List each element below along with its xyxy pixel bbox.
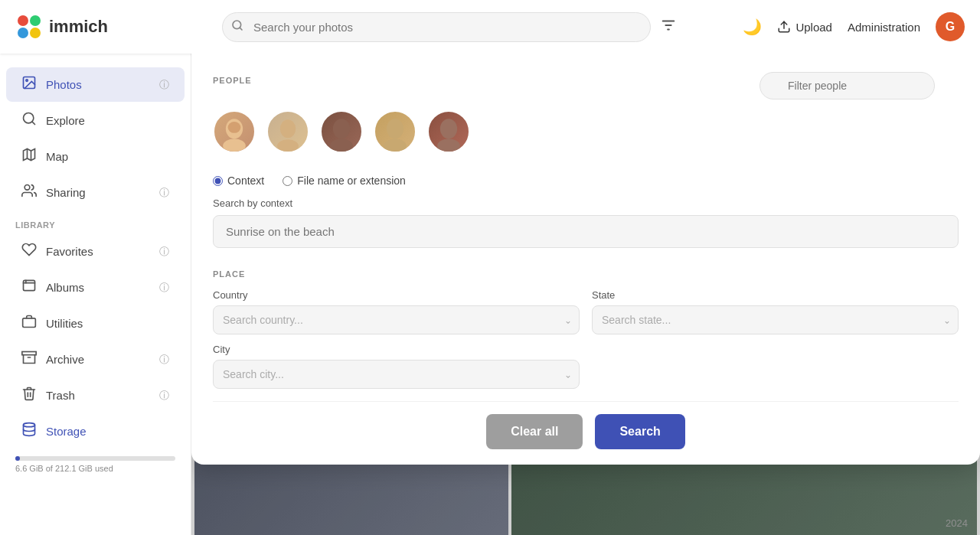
svg-point-11 [26,80,28,82]
city-label: City [213,344,959,355]
main-search-input[interactable] [222,12,651,42]
person-avatar-3[interactable] [320,110,363,153]
logo-icon [15,13,43,41]
logo-area: immich [15,13,222,41]
state-select[interactable]: Search state... [592,305,959,334]
sidebar-item-archive[interactable]: Archive ⓘ [6,342,185,377]
filter-people-input[interactable] [760,72,935,99]
clear-all-button[interactable]: Clear all [486,414,583,449]
storage-icon [21,422,37,441]
svg-point-22 [24,423,35,427]
albums-icon [21,278,37,297]
svg-point-27 [228,122,241,133]
admin-label: Administration [848,21,920,34]
state-col: State Search state... [592,289,959,334]
sidebar-favorites-label: Favorites [46,245,150,258]
country-select-wrap: Search country... [213,305,580,334]
search-container [222,12,651,42]
trash-icon [21,386,37,405]
svg-rect-20 [22,352,36,355]
search-type-radio-group: Context File name or extension [213,175,959,187]
header-right: 🌙 Upload Administration G [743,12,965,41]
svg-point-2 [18,28,28,38]
search-type-section: Context File name or extension [213,175,959,187]
person-avatar-5[interactable] [427,110,470,153]
radio-context-label[interactable]: Context [213,175,264,187]
place-section-label: PLACE [213,269,959,279]
radio-context[interactable] [213,176,223,186]
sidebar-item-albums[interactable]: Albums ⓘ [6,270,185,305]
search-panel: PEOPLE [191,54,980,465]
sidebar-trash-label: Trash [46,389,150,402]
storage-bar-fill [15,456,20,461]
trash-info-icon[interactable]: ⓘ [159,389,169,403]
radio-filename-label[interactable]: File name or extension [283,175,406,187]
svg-point-34 [440,119,457,139]
svg-point-35 [437,139,460,153]
svg-point-33 [384,139,407,153]
storage-usage-text: 6.6 GiB of 212.1 GiB used [15,464,175,473]
sidebar-item-trash[interactable]: Trash ⓘ [6,378,185,413]
sidebar-item-storage[interactable]: Storage [6,414,185,449]
svg-point-26 [223,139,246,153]
place-section: PLACE Country Search country... State [213,269,959,389]
sidebar-utilities-label: Utilities [46,317,169,330]
radio-filename[interactable] [283,176,292,186]
sidebar-item-sharing[interactable]: Sharing ⓘ [6,175,185,210]
people-section: PEOPLE [213,72,959,153]
svg-point-0 [18,15,28,26]
upload-button[interactable]: Upload [777,20,832,34]
map-icon [21,147,37,166]
city-section: City Search city... [213,344,959,389]
filter-people-container [760,72,959,99]
person-avatar-1[interactable] [213,110,256,153]
archive-info-icon[interactable]: ⓘ [159,353,169,367]
svg-line-5 [240,28,242,30]
svg-point-30 [333,119,350,139]
upload-label: Upload [795,21,832,34]
country-select[interactable]: Search country... [213,305,580,334]
favorites-icon [21,242,37,261]
sidebar-item-explore[interactable]: Explore [6,103,185,138]
filter-icon-button[interactable] [660,17,677,38]
sidebar-explore-label: Explore [46,114,169,127]
state-label: State [592,289,959,301]
sharing-icon [21,183,37,202]
person-avatar-2[interactable] [266,110,309,153]
photos-info-icon[interactable]: ⓘ [159,78,169,92]
svg-point-28 [280,119,296,138]
main-layout: Photos ⓘ Explore Map [0,0,980,535]
country-label: Country [213,289,580,301]
city-select-wrap: Search city... [213,360,580,389]
svg-line-13 [32,122,35,125]
albums-info-icon[interactable]: ⓘ [159,281,169,295]
radio-filename-text: File name or extension [297,175,406,187]
sidebar-albums-label: Albums [46,281,150,294]
place-row: Country Search country... State Search s… [213,289,959,334]
favorites-info-icon[interactable]: ⓘ [159,245,169,259]
sidebar-item-utilities[interactable]: Utilities [6,306,185,341]
city-select[interactable]: Search city... [213,360,580,389]
svg-rect-19 [23,318,36,328]
svg-point-17 [24,185,30,191]
sidebar-archive-label: Archive [46,353,150,366]
app-header: immich 🌙 Upload Administration G [0,0,980,54]
context-search-input[interactable] [213,215,959,248]
archive-icon [21,350,37,369]
sharing-info-icon[interactable]: ⓘ [159,186,169,200]
svg-rect-18 [24,280,35,290]
dark-mode-button[interactable]: 🌙 [743,18,762,36]
administration-button[interactable]: Administration [848,21,920,34]
sidebar-map-label: Map [46,150,169,163]
sidebar-item-map[interactable]: Map [6,139,185,174]
main-content: 2024 PEOPLE [191,54,980,535]
people-avatars-row [213,110,959,153]
search-button[interactable]: Search [595,414,684,449]
user-avatar[interactable]: G [936,12,965,41]
logo-text: immich [49,17,108,37]
sidebar-item-photos[interactable]: Photos ⓘ [6,67,185,102]
svg-point-31 [330,139,353,153]
sidebar-item-favorites[interactable]: Favorites ⓘ [6,234,185,269]
person-avatar-4[interactable] [374,110,416,153]
svg-point-32 [387,119,403,139]
